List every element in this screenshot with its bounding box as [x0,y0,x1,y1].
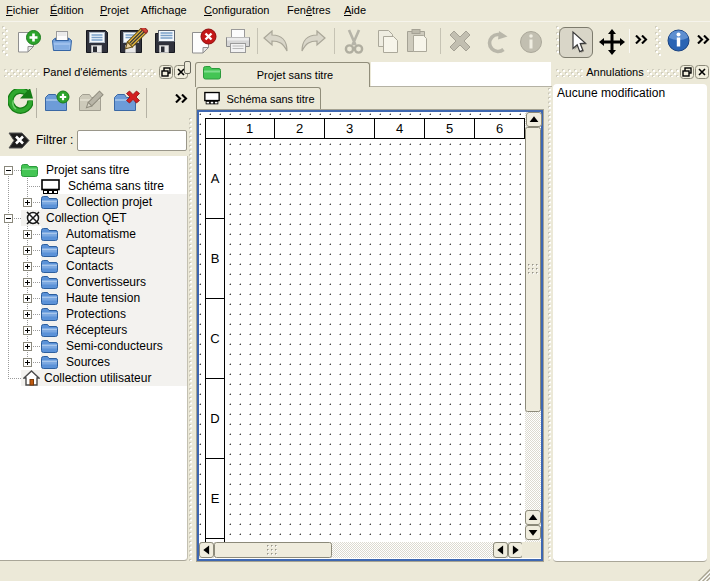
svg-text:2: 2 [296,121,303,136]
svg-text:3: 3 [346,121,353,136]
svg-text:1: 1 [246,121,253,136]
svg-text:4: 4 [396,121,403,136]
svg-text:C: C [210,331,219,346]
svg-text:A: A [211,171,220,186]
svg-text:6: 6 [496,121,503,136]
svg-text:D: D [210,411,219,426]
svg-text:B: B [211,251,220,266]
svg-text:5: 5 [446,121,453,136]
svg-text:E: E [211,491,220,506]
